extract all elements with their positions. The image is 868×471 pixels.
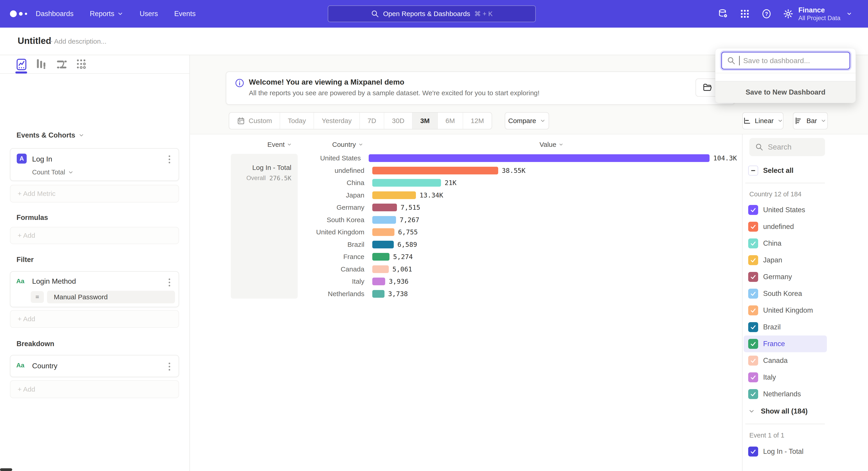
- country-checkbox[interactable]: [748, 356, 758, 365]
- add-filter-button[interactable]: + Add: [10, 310, 179, 328]
- select-all-row[interactable]: Select all: [748, 166, 794, 176]
- tab-insights-icon[interactable]: [15, 58, 28, 71]
- bar-united-states[interactable]: [369, 154, 710, 162]
- bar-value-label: 6,589: [397, 241, 417, 248]
- add-breakdown-button[interactable]: + Add: [10, 380, 179, 398]
- global-search-input[interactable]: Open Reports & Dashboards ⌘ + K: [328, 5, 536, 22]
- bar-netherlands[interactable]: [372, 290, 384, 298]
- formulas-header: Formulas: [17, 213, 48, 222]
- country-checkbox[interactable]: [748, 255, 758, 265]
- breakdown-card[interactable]: Aa Country: [10, 355, 179, 377]
- save-to-new-dashboard-button[interactable]: Save to New Dashboard: [715, 81, 856, 103]
- bar-italy[interactable]: [372, 277, 385, 285]
- metric-name[interactable]: Log In: [32, 155, 52, 163]
- range-option-3m[interactable]: 3M: [412, 113, 438, 129]
- legend-country-label: France: [763, 340, 785, 348]
- legend-row-japan[interactable]: Japan: [744, 252, 827, 268]
- range-option-custom[interactable]: Custom: [229, 113, 280, 129]
- breakdown-property-name[interactable]: Country: [32, 362, 57, 370]
- search-icon: [727, 56, 736, 65]
- filter-value[interactable]: Manual Password: [47, 291, 175, 303]
- filter-menu-button[interactable]: [166, 278, 173, 286]
- legend-row-south-korea[interactable]: South Korea: [744, 285, 827, 302]
- range-option-6m[interactable]: 6M: [438, 113, 463, 129]
- mixpanel-logo-icon[interactable]: [10, 0, 27, 28]
- metric-menu-button[interactable]: [166, 155, 173, 163]
- country-checkbox[interactable]: [748, 372, 758, 382]
- column-header-value[interactable]: Value: [529, 141, 574, 148]
- filter-property-name[interactable]: Login Method: [32, 277, 76, 286]
- filter-operator[interactable]: =: [31, 291, 44, 303]
- add-description-field[interactable]: + Add description...: [49, 37, 106, 45]
- show-all-button[interactable]: Show all (184): [748, 407, 808, 415]
- bar-germany[interactable]: [372, 204, 397, 211]
- compare-button[interactable]: Compare: [505, 112, 549, 129]
- range-option-yesterday[interactable]: Yesterday: [314, 113, 360, 129]
- nav-item-users[interactable]: Users: [140, 10, 158, 18]
- legend-search-input[interactable]: Search: [749, 138, 825, 156]
- country-checkbox[interactable]: [748, 205, 758, 215]
- breakdown-header: Breakdown: [17, 340, 54, 348]
- scale-selector-button[interactable]: Linear: [742, 112, 783, 129]
- legend-row-netherlands[interactable]: Netherlands: [744, 386, 827, 403]
- country-checkbox[interactable]: [748, 339, 758, 349]
- legend-row-brazil[interactable]: Brazil: [744, 319, 827, 335]
- tab-flows-icon[interactable]: [55, 58, 68, 71]
- column-header-event[interactable]: Event: [260, 141, 299, 148]
- add-formula-button[interactable]: + Add: [10, 227, 179, 244]
- legend-row-united-states[interactable]: United States: [744, 202, 827, 218]
- legend-row-united-kingdom[interactable]: United Kingdom: [744, 302, 827, 319]
- country-checkbox[interactable]: [748, 289, 758, 299]
- bar-united-kingdom[interactable]: [372, 228, 395, 236]
- nav-item-dashboards[interactable]: Dashboards: [36, 10, 73, 18]
- bar-france[interactable]: [372, 253, 390, 261]
- bar-brazil[interactable]: [372, 241, 394, 248]
- country-checkbox[interactable]: [748, 389, 758, 399]
- save-dashboard-search-input[interactable]: Save to dashboard...: [721, 52, 850, 69]
- project-switcher[interactable]: Finance All Project Data: [798, 0, 852, 28]
- bar-japan[interactable]: [372, 192, 416, 199]
- country-checkbox[interactable]: [748, 222, 758, 232]
- legend-row-france[interactable]: France: [744, 335, 827, 352]
- country-checkbox[interactable]: [748, 238, 758, 248]
- legend-country-label: Germany: [763, 273, 792, 281]
- help-icon[interactable]: ?: [761, 8, 772, 19]
- report-title[interactable]: Untitled: [18, 36, 51, 46]
- country-checkbox[interactable]: [748, 272, 758, 282]
- legend-row-germany[interactable]: Germany: [744, 268, 827, 285]
- range-option-today[interactable]: Today: [280, 113, 314, 129]
- range-option-12m[interactable]: 12M: [463, 113, 492, 129]
- bar-canada[interactable]: [372, 265, 389, 273]
- bar-south-korea[interactable]: [372, 216, 396, 224]
- aggregation-selector[interactable]: Count Total: [32, 169, 74, 176]
- apps-grid-icon[interactable]: [740, 8, 750, 19]
- legend-row-china[interactable]: China: [744, 235, 827, 252]
- events-cohorts-header[interactable]: Events & Cohorts: [17, 131, 84, 139]
- tab-retention-icon[interactable]: [74, 58, 88, 71]
- event-checkbox[interactable]: [748, 447, 758, 457]
- legend-event-row[interactable]: Log In - Total: [748, 447, 804, 457]
- filter-card[interactable]: Aa Login Method = Manual Password: [10, 271, 179, 307]
- breakdown-menu-button[interactable]: [166, 363, 173, 371]
- range-option-7d[interactable]: 7D: [360, 113, 384, 129]
- bar-china[interactable]: [372, 179, 441, 187]
- tab-funnels-icon[interactable]: [35, 58, 48, 71]
- country-checkbox[interactable]: [748, 322, 758, 332]
- column-header-country[interactable]: Country: [323, 141, 372, 148]
- country-checkbox[interactable]: [748, 305, 758, 315]
- chart-type-button[interactable]: Bar: [793, 112, 828, 129]
- nav-item-events[interactable]: Events: [174, 10, 196, 18]
- horizontal-scrollbar-thumb[interactable]: [0, 468, 12, 471]
- bar-undefined[interactable]: [372, 167, 498, 174]
- legend-row-italy[interactable]: Italy: [744, 369, 827, 386]
- settings-gear-icon[interactable]: [783, 8, 794, 19]
- metric-card[interactable]: A Log In Count Total: [10, 148, 179, 181]
- add-metric-button[interactable]: + Add Metric: [10, 185, 179, 203]
- range-option-30d[interactable]: 30D: [384, 113, 412, 129]
- nav-item-reports[interactable]: Reports: [90, 10, 123, 18]
- legend-row-canada[interactable]: Canada: [744, 352, 827, 369]
- chart-bar-row: China 21K: [237, 177, 737, 189]
- legend-row-undefined[interactable]: undefined: [744, 218, 827, 235]
- data-management-icon[interactable]: [718, 8, 728, 19]
- select-all-checkbox-indeterminate[interactable]: [748, 166, 758, 176]
